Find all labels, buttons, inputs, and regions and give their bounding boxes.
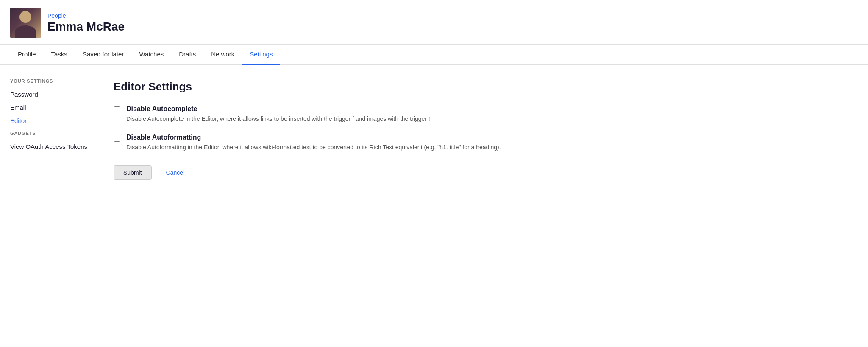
main-layout: YOUR SETTINGS Password Email Editor GADG… (0, 65, 868, 347)
avatar (10, 8, 41, 38)
content-title: Editor Settings (114, 80, 848, 93)
disable-autoformatting-label: Disable Autoformatting (126, 134, 501, 141)
page-header: People Emma McRae (0, 0, 868, 45)
editor-settings-content: Editor Settings Disable Autocomplete Dis… (93, 65, 868, 347)
disable-autoformatting-desc: Disable Autoformatting in the Editor, wh… (126, 143, 501, 152)
form-buttons: Submit Cancel (114, 165, 848, 180)
sidebar-item-email[interactable]: Email (10, 101, 93, 114)
sidebar: YOUR SETTINGS Password Email Editor GADG… (0, 65, 93, 347)
sidebar-section-gadgets: GADGETS View OAuth Access Tokens (10, 131, 93, 153)
setting-disable-autocomplete: Disable Autocomplete Disable Autocomplet… (114, 105, 848, 123)
sidebar-item-oauth[interactable]: View OAuth Access Tokens (10, 140, 93, 153)
submit-button[interactable]: Submit (114, 165, 152, 180)
sidebar-section-label-settings: YOUR SETTINGS (10, 78, 93, 84)
tab-drafts[interactable]: Drafts (171, 45, 203, 65)
setting-disable-autoformatting: Disable Autoformatting Disable Autoforma… (114, 134, 848, 152)
disable-autocomplete-checkbox[interactable] (114, 106, 120, 113)
page-title: Emma McRae (47, 20, 125, 34)
disable-autocomplete-label: Disable Autocomplete (126, 105, 432, 113)
sidebar-item-password[interactable]: Password (10, 88, 93, 101)
sidebar-section-label-gadgets: GADGETS (10, 131, 93, 136)
tab-network[interactable]: Network (203, 45, 242, 65)
nav-tabs: Profile Tasks Saved for later Watches Dr… (0, 45, 868, 65)
tab-profile[interactable]: Profile (10, 45, 44, 65)
tab-tasks[interactable]: Tasks (44, 45, 75, 65)
breadcrumb[interactable]: People (47, 12, 125, 19)
disable-autocomplete-desc: Disable Autocomplete in the Editor, wher… (126, 115, 432, 123)
sidebar-section-your-settings: YOUR SETTINGS Password Email Editor (10, 78, 93, 127)
tab-watches[interactable]: Watches (131, 45, 171, 65)
tab-settings[interactable]: Settings (242, 45, 280, 65)
tab-saved-for-later[interactable]: Saved for later (75, 45, 132, 65)
disable-autoformatting-checkbox[interactable] (114, 135, 120, 142)
sidebar-item-editor[interactable]: Editor (10, 114, 93, 127)
cancel-button[interactable]: Cancel (159, 165, 192, 180)
header-info: People Emma McRae (47, 12, 125, 34)
